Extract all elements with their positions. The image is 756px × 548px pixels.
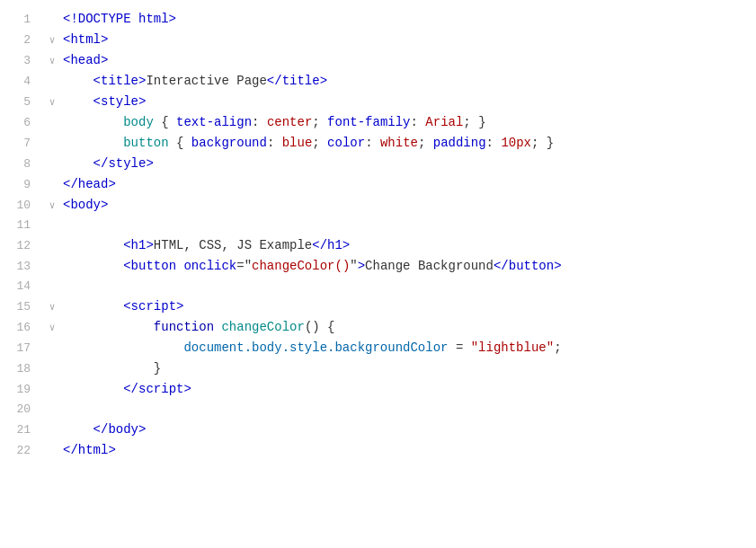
line-content: <button onclick="changeColor()">Change B… [59, 256, 562, 276]
line-content: <head> [59, 50, 108, 70]
css-bracket: : [252, 115, 267, 129]
line-number: 6 [0, 113, 45, 133]
css-value: blue [282, 136, 313, 150]
line-number: 14 [0, 277, 45, 296]
css-value: white [380, 136, 418, 150]
css-property: padding [433, 136, 486, 150]
collapse-icon[interactable]: ∨ [45, 51, 59, 71]
css-property: color [327, 136, 365, 150]
code-line: 9</head> [0, 174, 756, 195]
text-node: Interactive Page [146, 74, 266, 88]
line-number: 19 [0, 380, 45, 400]
line-number: 7 [0, 134, 45, 154]
html-tag: </script> [123, 382, 191, 396]
whitespace [63, 136, 123, 150]
line-number: 1 [0, 10, 45, 30]
code-line: 5∨ <style> [0, 92, 756, 112]
line-number: 10 [0, 196, 45, 216]
collapse-icon[interactable]: ∨ [45, 297, 59, 317]
line-number: 13 [0, 257, 45, 277]
code-line: 2∨<html> [0, 30, 756, 50]
line-content: </script> [59, 379, 191, 399]
code-line: 12 <h1>HTML, CSS, JS Example</h1> [0, 235, 756, 256]
line-content: function changeColor() { [59, 317, 334, 337]
line-number: 2 [0, 31, 45, 50]
html-tag: </style> [93, 156, 154, 171]
line-content: <!DOCTYPE html> [59, 9, 176, 29]
line-number: 15 [0, 297, 45, 317]
line-content: <title>Interactive Page</title> [59, 71, 327, 91]
js-method: document.body.style.backgroundColor [183, 340, 448, 355]
line-content: <script> [59, 296, 183, 316]
html-tag: <script> [123, 299, 183, 314]
html-tag: <body> [63, 198, 108, 212]
line-number: 5 [0, 93, 45, 112]
code-line: 16∨ function changeColor() { [0, 317, 756, 338]
line-content: </head> [59, 174, 116, 194]
html-tag: </head> [63, 177, 116, 191]
line-content: <body> [59, 195, 108, 215]
collapse-icon[interactable]: ∨ [45, 196, 59, 216]
js-punctuation: } [154, 361, 161, 376]
line-number: 11 [0, 216, 45, 235]
css-bracket: : [267, 136, 282, 150]
line-content: <style> [59, 92, 146, 111]
code-editor: 1<!DOCTYPE html>2∨<html>3∨<head>4 <title… [0, 0, 756, 548]
line-number: 16 [0, 318, 45, 338]
css-value: 10px [501, 136, 531, 150]
code-line: 3∨<head> [0, 50, 756, 71]
text-node: HTML, CSS, JS Example [154, 238, 312, 252]
css-value: center [267, 115, 312, 129]
code-line: 4 <title>Interactive Page</title> [0, 71, 756, 92]
whitespace [63, 299, 123, 314]
html-tag: <title> [93, 74, 147, 88]
code-line: 8 </style> [0, 154, 756, 174]
collapse-icon[interactable]: ∨ [45, 318, 59, 338]
js-function-name: changeColor [221, 320, 304, 334]
code-line: 19 </script> [0, 379, 756, 400]
css-property: text-align [176, 115, 252, 129]
code-line: 14 [0, 277, 756, 296]
whitespace [63, 259, 123, 273]
line-content: document.body.style.backgroundColor = "l… [59, 338, 562, 358]
html-tag: <style> [93, 94, 147, 109]
css-bracket: : [365, 136, 380, 150]
whitespace [63, 361, 154, 376]
css-bracket: ; [312, 136, 327, 150]
attr-eq: =" [236, 259, 252, 273]
html-tag: </title> [267, 74, 327, 88]
collapse-icon[interactable]: ∨ [45, 93, 59, 112]
css-bracket: : [411, 115, 426, 129]
whitespace [63, 115, 123, 129]
js-punctuation: ; [554, 340, 561, 355]
html-tag: </h1> [312, 238, 350, 252]
collapse-icon[interactable]: ∨ [45, 31, 59, 50]
css-property: background [191, 136, 267, 150]
html-tag: <button [123, 259, 176, 273]
html-tag: <html> [63, 32, 108, 47]
css-bracket: ; } [531, 136, 554, 150]
attr-value: changeColor() [252, 259, 350, 273]
code-line: 18 } [0, 358, 756, 379]
line-number: 8 [0, 155, 45, 174]
code-line: 21 </body> [0, 420, 756, 440]
css-bracket: { [169, 136, 191, 150]
code-line: 10∨<body> [0, 195, 756, 216]
css-bracket: : [486, 136, 502, 150]
whitespace [63, 156, 93, 171]
line-number: 9 [0, 175, 45, 195]
css-selector: button [123, 136, 168, 150]
code-line: 6 body { text-align: center; font-family… [0, 112, 756, 133]
css-property: font-family [327, 115, 410, 129]
line-number: 21 [0, 420, 45, 440]
line-number: 3 [0, 51, 45, 71]
html-attr: onclick [183, 259, 236, 273]
whitespace [63, 320, 154, 334]
css-value: Arial [425, 115, 463, 129]
html-tag: </button> [494, 259, 562, 273]
line-number: 18 [0, 359, 45, 379]
line-content: button { background: blue; color: white;… [59, 133, 554, 153]
code-line: 17 document.body.style.backgroundColor =… [0, 338, 756, 358]
code-line: 13 <button onclick="changeColor()">Chang… [0, 256, 756, 277]
code-line: 7 button { background: blue; color: whit… [0, 133, 756, 154]
